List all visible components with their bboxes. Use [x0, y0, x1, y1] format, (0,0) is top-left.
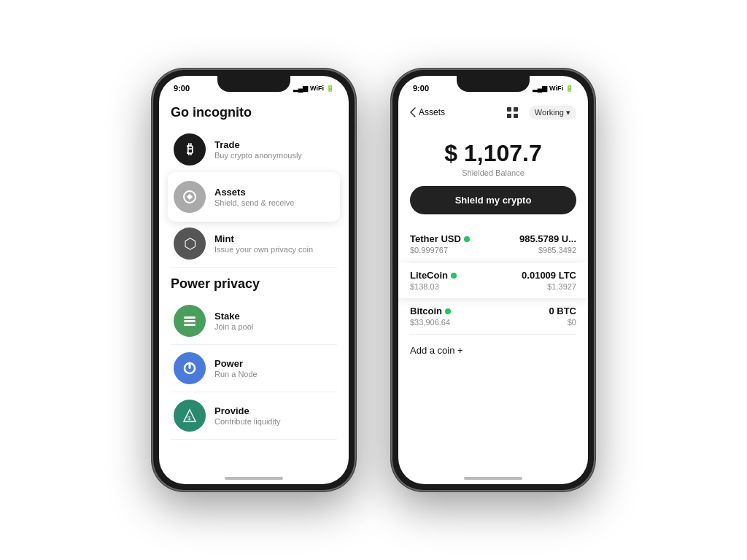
status-time-right: 9:00 [413, 84, 429, 93]
mint-sublabel: Issue your own privacy coin [214, 245, 313, 254]
menu-item-assets[interactable]: Assets Shield, send & receive [168, 172, 340, 222]
left-content: Go incognito ₿ Trade Buy crypto anonymou… [159, 96, 349, 440]
verified-dot-litecoin [451, 273, 457, 279]
grid-icon[interactable] [503, 102, 523, 122]
svg-text:$: $ [187, 415, 191, 421]
coin-amount-bitcoin: 0 BTC [549, 306, 576, 316]
svg-rect-1 [184, 316, 196, 319]
battery-icon-right: 🔋 [565, 85, 573, 92]
section-title-incognito: Go incognito [171, 105, 337, 120]
signal-icon-right: ▂▄▆ [533, 85, 547, 92]
menu-item-provide[interactable]: $ Provide Contribute liquidity [171, 392, 337, 440]
notch [217, 76, 290, 92]
shield-button[interactable]: Shield my crypto [410, 186, 576, 214]
power-sublabel: Run a Node [214, 370, 258, 378]
mint-label: Mint [214, 233, 313, 244]
back-label: Assets [419, 107, 445, 117]
provide-label: Provide [214, 405, 281, 416]
notch-right [457, 76, 530, 92]
right-phone-screen: 9:00 ▂▄▆ WiFi 🔋 Assets [398, 76, 588, 484]
coin-item-litecoin[interactable]: LiteCoin $138.03 0.01009 LTC $1.3927 [398, 262, 588, 298]
coin-price-litecoin: $138.03 [410, 282, 457, 291]
add-coin-button[interactable]: Add a coin + [410, 335, 576, 360]
stake-sublabel: Join a pool [214, 322, 253, 331]
menu-item-stake[interactable]: Stake Join a pool [171, 298, 337, 345]
balance-section: $ 1,107.7 Shielded Balance [398, 128, 588, 186]
assets-icon [174, 181, 206, 213]
assets-icon-svg [181, 188, 198, 206]
right-phone: 9:00 ▂▄▆ WiFi 🔋 Assets [391, 69, 595, 491]
balance-amount: $ 1,107.7 [410, 140, 576, 167]
coin-item-tether[interactable]: Tether USD $0.999767 985.5789 U... $985.… [410, 226, 576, 262]
status-icons-left: ▂▄▆ WiFi 🔋 [293, 85, 334, 92]
menu-item-mint[interactable]: ⬡ Mint Issue your own privacy coin [171, 220, 337, 268]
coin-list: Tether USD $0.999767 985.5789 U... $985.… [398, 226, 588, 360]
power-label: Power [214, 358, 258, 369]
coin-amount-litecoin: 0.01009 LTC [522, 270, 576, 281]
assets-sublabel: Shield, send & receive [214, 198, 294, 207]
assets-label: Assets [214, 187, 294, 198]
coin-price-bitcoin: $33,906.64 [410, 318, 451, 327]
nav-right: Working ▾ [503, 102, 576, 122]
back-chevron-icon [410, 107, 416, 117]
balance-label: Shielded Balance [410, 168, 576, 177]
section-title-privacy: Power privacy [171, 276, 337, 292]
verified-dot-tether [464, 236, 470, 242]
chevron-down-icon: ▾ [566, 108, 570, 117]
home-indicator-left [225, 477, 283, 480]
left-phone: 9:00 ▂▄▆ WiFi 🔋 Go incognito ₿ Trade [152, 69, 356, 491]
working-badge[interactable]: Working ▾ [529, 106, 576, 120]
stake-icon [174, 305, 206, 337]
left-phone-screen: 9:00 ▂▄▆ WiFi 🔋 Go incognito ₿ Trade [159, 76, 349, 484]
mint-icon: ⬡ [174, 228, 206, 260]
coin-name-tether: Tether USD [410, 233, 470, 244]
nav-bar: Assets [398, 96, 588, 128]
trade-label: Trade [214, 139, 302, 150]
coin-item-bitcoin[interactable]: Bitcoin $33,906.64 0 BTC $0 [410, 298, 576, 335]
signal-icon: ▂▄▆ [293, 85, 308, 92]
coin-name-bitcoin: Bitcoin [410, 306, 451, 316]
stake-label: Stake [214, 311, 253, 322]
status-icons-right: ▂▄▆ WiFi 🔋 [533, 85, 573, 92]
wifi-icon-right: WiFi [549, 85, 563, 92]
coin-price-tether: $0.999767 [410, 246, 470, 254]
coin-value-tether: $985.3492 [519, 246, 576, 254]
menu-item-power[interactable]: Power Run a Node [171, 345, 337, 392]
svg-rect-2 [184, 320, 196, 322]
provide-sublabel: Contribute liquidity [214, 417, 281, 426]
provide-icon: $ [174, 400, 206, 432]
verified-dot-bitcoin [445, 308, 451, 314]
coin-value-litecoin: $1.3927 [522, 282, 576, 291]
back-button[interactable]: Assets [410, 107, 445, 117]
power-icon [174, 352, 206, 384]
svg-rect-3 [184, 324, 196, 326]
wifi-icon: WiFi [310, 85, 324, 92]
trade-icon: ₿ [174, 133, 206, 166]
status-time-left: 9:00 [174, 84, 190, 93]
menu-item-trade[interactable]: ₿ Trade Buy crypto anonymously [171, 126, 337, 174]
coin-value-bitcoin: $0 [549, 318, 576, 327]
svg-rect-5 [189, 363, 191, 369]
coin-name-litecoin: LiteCoin [410, 270, 457, 281]
scene: 9:00 ▂▄▆ WiFi 🔋 Go incognito ₿ Trade [0, 0, 747, 560]
battery-icon: 🔋 [326, 85, 334, 92]
home-indicator-right [464, 477, 522, 480]
coin-amount-tether: 985.5789 U... [519, 233, 576, 244]
trade-sublabel: Buy crypto anonymously [214, 151, 302, 160]
working-label: Working [535, 108, 564, 117]
